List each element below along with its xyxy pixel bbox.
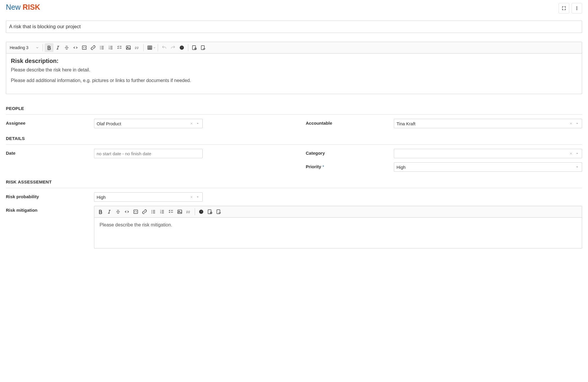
date-input[interactable] bbox=[94, 149, 203, 158]
code-block-icon bbox=[133, 209, 138, 214]
more-actions-button[interactable] bbox=[572, 3, 582, 14]
chevron-down-icon[interactable] bbox=[574, 152, 579, 155]
fullscreen-button[interactable] bbox=[559, 3, 569, 14]
quote-button[interactable] bbox=[133, 43, 142, 52]
link-button[interactable] bbox=[140, 207, 149, 216]
toolbar-divider bbox=[195, 208, 195, 215]
bullet-list-button[interactable] bbox=[149, 207, 158, 216]
clear-icon[interactable] bbox=[188, 196, 195, 198]
svg-point-6 bbox=[100, 49, 101, 49]
bold-icon bbox=[98, 209, 103, 214]
code-block-button[interactable] bbox=[80, 43, 89, 52]
chevron-down-icon[interactable] bbox=[195, 122, 200, 125]
work-package-title-input[interactable] bbox=[6, 21, 582, 33]
clear-icon[interactable] bbox=[568, 122, 574, 125]
quote-button[interactable] bbox=[184, 207, 193, 216]
bold-icon bbox=[46, 45, 52, 50]
bold-button[interactable] bbox=[96, 207, 105, 216]
category-select[interactable] bbox=[394, 149, 582, 158]
code-block-button[interactable] bbox=[131, 207, 140, 216]
clear-icon[interactable] bbox=[568, 152, 574, 155]
italic-button[interactable] bbox=[105, 207, 114, 216]
bullet-list-icon bbox=[99, 45, 105, 50]
toolbar-divider bbox=[43, 44, 43, 51]
source-button[interactable] bbox=[214, 207, 223, 216]
accountable-select[interactable]: Tina Kraft bbox=[394, 119, 582, 128]
assignee-select[interactable]: Olaf Product bbox=[94, 119, 203, 128]
bullet-list-button[interactable] bbox=[98, 43, 106, 52]
code-icon bbox=[73, 45, 78, 50]
chevron-down-icon[interactable] bbox=[574, 122, 579, 125]
source-button[interactable] bbox=[199, 43, 208, 52]
code-icon bbox=[124, 209, 130, 214]
kebab-icon bbox=[574, 6, 579, 11]
preview-button[interactable] bbox=[206, 207, 214, 216]
help-button[interactable]: ? bbox=[197, 207, 206, 216]
bold-button[interactable] bbox=[45, 43, 53, 52]
undo-button[interactable] bbox=[160, 43, 169, 52]
svg-rect-18 bbox=[201, 46, 204, 50]
table-icon bbox=[147, 45, 152, 50]
svg-rect-10 bbox=[126, 46, 130, 49]
mitigation-placeholder: Please describe the risk mitigation. bbox=[100, 222, 577, 228]
redo-button[interactable] bbox=[169, 43, 177, 52]
image-icon bbox=[177, 209, 182, 214]
numbered-list-icon: 123 bbox=[108, 45, 113, 50]
editor-content[interactable]: Risk description: Please describe the ri… bbox=[6, 54, 582, 94]
heading-select[interactable]: Heading 3 bbox=[8, 43, 40, 52]
quote-icon bbox=[186, 209, 191, 214]
content-heading: Risk description: bbox=[11, 58, 577, 64]
toolbar-divider bbox=[143, 44, 144, 51]
category-label: Category bbox=[306, 149, 394, 156]
todo-list-button[interactable] bbox=[167, 207, 175, 216]
svg-text:3: 3 bbox=[109, 48, 110, 50]
risk-probability-select[interactable]: High bbox=[94, 192, 203, 202]
svg-point-2 bbox=[577, 9, 577, 10]
help-button[interactable]: ? bbox=[177, 43, 186, 52]
numbered-list-icon: 123 bbox=[159, 209, 165, 214]
strikethrough-icon bbox=[64, 45, 69, 50]
italic-icon bbox=[107, 209, 112, 214]
chevron-down-icon[interactable] bbox=[195, 195, 200, 199]
risk-probability-label: Risk probability bbox=[6, 192, 94, 199]
link-icon bbox=[142, 209, 147, 214]
link-button[interactable] bbox=[89, 43, 98, 52]
numbered-list-button[interactable]: 123 bbox=[106, 43, 115, 52]
preview-button[interactable] bbox=[190, 43, 199, 52]
svg-point-17 bbox=[195, 49, 196, 49]
svg-rect-12 bbox=[148, 46, 152, 49]
risk-mitigation-label: Risk mitigation bbox=[6, 206, 94, 213]
image-button[interactable] bbox=[175, 207, 184, 216]
svg-text:?: ? bbox=[181, 46, 183, 49]
clear-icon[interactable] bbox=[188, 122, 195, 125]
priority-label: Priority * bbox=[306, 162, 394, 169]
strikethrough-button[interactable] bbox=[62, 43, 71, 52]
section-header-people: PEOPLE bbox=[6, 106, 582, 115]
inline-code-button[interactable] bbox=[71, 43, 80, 52]
strikethrough-button[interactable] bbox=[114, 207, 122, 216]
italic-button[interactable] bbox=[53, 43, 62, 52]
numbered-list-button[interactable]: 123 bbox=[158, 207, 167, 216]
quote-icon bbox=[135, 45, 140, 50]
accountable-label: Accountable bbox=[306, 119, 394, 126]
svg-point-22 bbox=[152, 213, 152, 213]
svg-point-1 bbox=[577, 8, 577, 9]
italic-icon bbox=[55, 45, 61, 50]
image-button[interactable] bbox=[124, 43, 133, 52]
preview-icon bbox=[207, 209, 213, 214]
todo-list-button[interactable] bbox=[115, 43, 124, 52]
svg-rect-33 bbox=[217, 210, 220, 214]
editor-content[interactable]: Please describe the risk mitigation. bbox=[94, 218, 582, 248]
priority-select[interactable]: High bbox=[394, 162, 582, 172]
priority-value: High bbox=[397, 165, 574, 170]
todo-list-icon bbox=[117, 45, 122, 50]
title-type: RISK bbox=[23, 3, 40, 11]
content-paragraph: Please describe the risk here in detail. bbox=[11, 67, 577, 73]
svg-point-0 bbox=[577, 6, 577, 7]
editor-toolbar: 123 ? bbox=[94, 206, 582, 218]
page-title: New RISK bbox=[6, 3, 40, 11]
chevron-down-icon[interactable] bbox=[574, 165, 579, 169]
svg-point-20 bbox=[152, 210, 152, 211]
svg-rect-26 bbox=[178, 210, 182, 213]
inline-code-button[interactable] bbox=[122, 207, 131, 216]
